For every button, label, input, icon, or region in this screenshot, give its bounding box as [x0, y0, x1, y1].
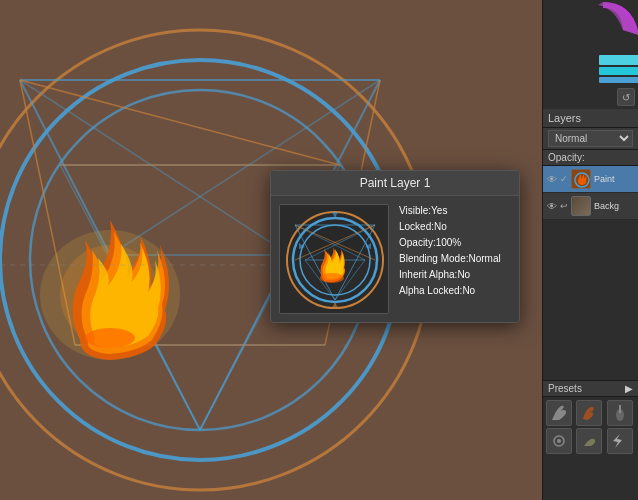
popup-blending-row: Blending Mode:Normal: [399, 252, 511, 266]
popup-locked-row: Locked:No: [399, 220, 511, 234]
presets-expand-icon[interactable]: ▶: [625, 383, 633, 394]
locked-value: No: [434, 221, 447, 232]
layer-info-popup: Paint Layer 1: [270, 170, 520, 323]
check-icon-paint: ✓: [560, 174, 568, 184]
inherit-alpha-label: Inherit Alpha:: [399, 269, 457, 280]
layer-thumb-back: [571, 196, 591, 216]
rotate-icon-back: ↩: [560, 201, 568, 211]
popup-alpha-locked-row: Alpha Locked:No: [399, 284, 511, 298]
svg-point-23: [85, 328, 135, 348]
brush-item-2[interactable]: [576, 400, 602, 426]
refresh-icon: ↺: [622, 92, 630, 103]
presets-header: Presets ▶: [543, 381, 638, 397]
popup-body: Visible:Yes Locked:No Opacity:100% Blend…: [271, 196, 519, 322]
eye-icon-back[interactable]: 👁: [547, 201, 557, 212]
brush-item-4[interactable]: [546, 428, 572, 454]
layer-item-background[interactable]: 👁 ↩ Backg: [543, 193, 638, 220]
opacity-label: Opacity:: [548, 152, 585, 163]
svg-rect-51: [619, 405, 621, 413]
refresh-button[interactable]: ↺: [617, 88, 635, 106]
layer-thumb-paint: [571, 169, 591, 189]
blending-value: Normal: [469, 253, 501, 264]
blend-mode-row: Normal Multiply Screen: [543, 128, 638, 150]
visible-label: Visible:: [399, 205, 431, 216]
eye-icon-paint[interactable]: 👁: [547, 174, 557, 185]
color-wheel-area: [543, 0, 638, 85]
popup-visible-row: Visible:Yes: [399, 204, 511, 218]
locked-label: Locked:: [399, 221, 434, 232]
blending-label: Blending Mode:: [399, 253, 469, 264]
alpha-locked-label: Alpha Locked:: [399, 285, 462, 296]
popup-info: Visible:Yes Locked:No Opacity:100% Blend…: [399, 204, 511, 314]
layers-label: Layers: [548, 112, 581, 124]
brush-item-5[interactable]: [576, 428, 602, 454]
layer-name-back: Backg: [594, 201, 619, 211]
opacity-value: 100%: [436, 237, 462, 248]
layer-name-paint: Paint: [594, 174, 615, 184]
alpha-locked-value: No: [462, 285, 475, 296]
popup-inherit-row: Inherit Alpha:No: [399, 268, 511, 282]
right-panel: ↺ Layers Normal Multiply Screen Opacity:…: [542, 0, 638, 500]
brush-item-6[interactable]: [607, 428, 633, 454]
popup-opacity-row: Opacity:100%: [399, 236, 511, 250]
brush-item-1[interactable]: [546, 400, 572, 426]
svg-point-39: [320, 273, 344, 283]
layer-item-paint[interactable]: 👁 ✓ Paint: [543, 166, 638, 193]
layers-header: Layers: [543, 109, 638, 128]
svg-rect-47: [599, 77, 638, 83]
panel-top-icons: ↺: [543, 85, 638, 109]
opacity-label: Opacity:: [399, 237, 436, 248]
svg-point-53: [557, 439, 561, 443]
presets-label: Presets: [548, 383, 582, 394]
popup-title: Paint Layer 1: [271, 171, 519, 196]
brush-item-3[interactable]: [607, 400, 633, 426]
svg-rect-46: [599, 67, 638, 75]
canvas-area[interactable]: Paint Layer 1: [0, 0, 542, 500]
blend-mode-select[interactable]: Normal Multiply Screen: [548, 130, 633, 147]
opacity-row: Opacity:: [543, 150, 638, 166]
inherit-alpha-value: No: [457, 269, 470, 280]
visible-value: Yes: [431, 205, 447, 216]
brush-grid: [543, 397, 638, 457]
bottom-panel: Presets ▶: [543, 380, 638, 500]
svg-rect-45: [599, 55, 638, 65]
popup-thumbnail: [279, 204, 389, 314]
